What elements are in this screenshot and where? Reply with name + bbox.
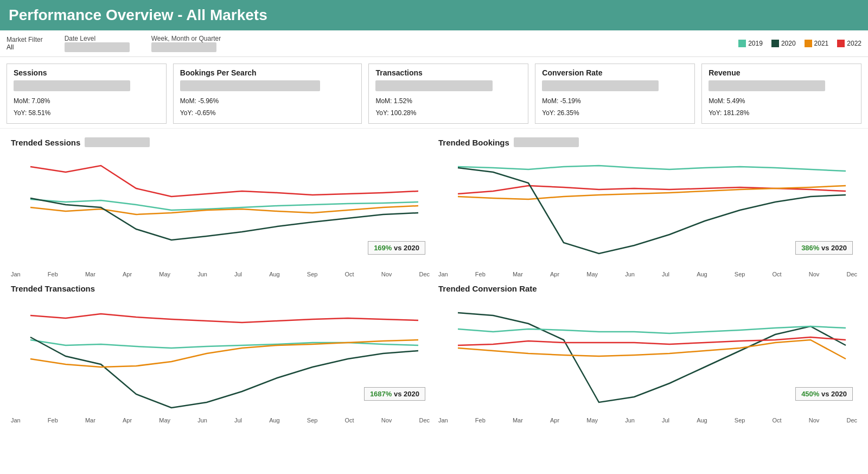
kpi-conversion-yoy: YoY: 26.35% bbox=[542, 108, 688, 119]
chart-bookings-svg bbox=[438, 150, 857, 270]
chart-transactions-area: 1687% vs 2020 bbox=[11, 296, 430, 416]
legend-label-2022: 2022 bbox=[847, 40, 861, 47]
market-filter-group: Market Filter All bbox=[7, 36, 43, 51]
kpi-transactions: Transactions MoM: 1.52% YoY: 100.28% bbox=[368, 64, 528, 124]
kpi-bookings-stats: MoM: -5.96% YoY: -0.65% bbox=[180, 96, 355, 119]
chart-sessions-badge: 169% vs 2020 bbox=[368, 241, 425, 255]
year-legend: 2019 2020 2021 2022 bbox=[738, 40, 861, 47]
filters-bar: Market Filter All Date Level Week, Month… bbox=[0, 30, 868, 57]
legend-label-2021: 2021 bbox=[814, 40, 829, 47]
legend-dot-2022 bbox=[837, 40, 845, 47]
charts-grid: Trended Sessions 169% vs 2020 JanFebMarA… bbox=[0, 129, 868, 430]
chart-conversion-badge-suffix: vs 2020 bbox=[821, 390, 847, 398]
chart-sessions-svg bbox=[11, 150, 430, 270]
kpi-row: Sessions MoM: 7.08% YoY: 58.51% Bookings… bbox=[0, 57, 868, 129]
page-header: Performance Overview - All Markets bbox=[0, 0, 868, 30]
chart-sessions-xaxis: JanFebMarAprMayJunJulAugSepOctNovDec bbox=[11, 270, 430, 277]
chart-conversion-title: Trended Conversion Rate bbox=[438, 284, 857, 293]
market-filter-label: Market Filter bbox=[7, 36, 43, 43]
legend-dot-2019 bbox=[738, 40, 746, 47]
chart-transactions-badge-pct: 1687% bbox=[370, 390, 392, 398]
svg-rect-0 bbox=[738, 40, 746, 47]
kpi-sessions-bar bbox=[14, 80, 130, 91]
kpi-conversion: Conversion Rate MoM: -5.19% YoY: 26.35% bbox=[535, 64, 695, 124]
chart-bookings-title-bar bbox=[514, 137, 579, 147]
chart-transactions-xaxis: JanFebMarAprMayJunJulAugSepOctNovDec bbox=[11, 416, 430, 424]
chart-sessions-area: 169% vs 2020 bbox=[11, 150, 430, 270]
legend-label-2020: 2020 bbox=[781, 40, 796, 47]
kpi-transactions-bar bbox=[375, 80, 492, 91]
kpi-transactions-mom: MoM: 1.52% bbox=[375, 96, 521, 108]
svg-rect-1 bbox=[771, 40, 779, 47]
kpi-revenue-mom: MoM: 5.49% bbox=[709, 96, 854, 108]
legend-dot-2020 bbox=[771, 40, 779, 47]
kpi-revenue: Revenue MoM: 5.49% YoY: 181.28% bbox=[701, 64, 861, 124]
chart-sessions-badge-suffix: vs 2020 bbox=[394, 244, 419, 252]
legend-2019: 2019 bbox=[738, 40, 763, 47]
chart-bookings-badge-pct: 386% bbox=[801, 244, 819, 252]
chart-transactions-badge-suffix: vs 2020 bbox=[394, 390, 419, 398]
chart-conversion-xaxis: JanFebMarAprMayJunJulAugSepOctNovDec bbox=[438, 416, 857, 424]
kpi-conversion-bar bbox=[542, 80, 659, 91]
date-level-group: Date Level bbox=[65, 35, 130, 52]
legend-2021: 2021 bbox=[805, 40, 829, 47]
week-month-select[interactable] bbox=[151, 42, 216, 52]
kpi-bookings: Bookings Per Search MoM: -5.96% YoY: -0.… bbox=[173, 64, 362, 124]
chart-conversion-area: 450% vs 2020 bbox=[438, 296, 857, 416]
legend-label-2019: 2019 bbox=[748, 40, 763, 47]
legend-2022: 2022 bbox=[837, 40, 861, 47]
kpi-sessions: Sessions MoM: 7.08% YoY: 58.51% bbox=[7, 64, 167, 124]
kpi-revenue-title: Revenue bbox=[709, 68, 854, 77]
chart-bookings: Trended Bookings 386% vs 2020 JanFebMarA… bbox=[434, 133, 861, 280]
chart-transactions: Trended Transactions 1687% vs 2020 JanFe… bbox=[7, 280, 434, 426]
chart-bookings-title: Trended Bookings bbox=[438, 137, 857, 147]
kpi-transactions-yoy: YoY: 100.28% bbox=[375, 108, 521, 119]
svg-rect-3 bbox=[837, 40, 845, 47]
kpi-conversion-stats: MoM: -5.19% YoY: 26.35% bbox=[542, 96, 688, 119]
kpi-bookings-mom: MoM: -5.96% bbox=[180, 96, 355, 108]
page-title: Performance Overview - All Markets bbox=[9, 7, 859, 24]
chart-conversion-badge: 450% vs 2020 bbox=[795, 387, 853, 401]
chart-sessions-title-bar bbox=[85, 137, 150, 147]
chart-conversion: Trended Conversion Rate 450% vs 2020 Jan… bbox=[434, 280, 861, 426]
chart-sessions-title: Trended Sessions bbox=[11, 137, 430, 147]
chart-transactions-badge: 1687% vs 2020 bbox=[364, 387, 425, 401]
kpi-sessions-yoy: YoY: 58.51% bbox=[14, 108, 159, 119]
chart-bookings-area: 386% vs 2020 bbox=[438, 150, 857, 270]
kpi-transactions-title: Transactions bbox=[375, 68, 521, 77]
kpi-conversion-mom: MoM: -5.19% bbox=[542, 96, 688, 108]
chart-conversion-svg bbox=[438, 296, 857, 416]
kpi-transactions-stats: MoM: 1.52% YoY: 100.28% bbox=[375, 96, 521, 119]
chart-bookings-xaxis: JanFebMarAprMayJunJulAugSepOctNovDec bbox=[438, 270, 857, 277]
svg-rect-2 bbox=[805, 40, 812, 47]
chart-sessions-badge-pct: 169% bbox=[374, 244, 392, 252]
chart-conversion-badge-pct: 450% bbox=[801, 390, 819, 398]
legend-2020: 2020 bbox=[771, 40, 796, 47]
legend-dot-2021 bbox=[805, 40, 812, 47]
date-level-select[interactable] bbox=[65, 42, 130, 52]
market-filter-value: All bbox=[7, 43, 43, 51]
chart-sessions: Trended Sessions 169% vs 2020 JanFebMarA… bbox=[7, 133, 434, 280]
week-month-group: Week, Month or Quarter bbox=[151, 35, 221, 52]
kpi-revenue-yoy: YoY: 181.28% bbox=[709, 108, 854, 119]
date-level-label: Date Level bbox=[65, 35, 130, 42]
kpi-sessions-stats: MoM: 7.08% YoY: 58.51% bbox=[14, 96, 159, 119]
week-month-label: Week, Month or Quarter bbox=[151, 35, 221, 42]
chart-bookings-badge-suffix: vs 2020 bbox=[821, 244, 847, 252]
kpi-sessions-title: Sessions bbox=[14, 68, 159, 77]
kpi-revenue-stats: MoM: 5.49% YoY: 181.28% bbox=[709, 96, 854, 119]
kpi-bookings-bar bbox=[180, 80, 320, 91]
kpi-sessions-mom: MoM: 7.08% bbox=[14, 96, 159, 108]
kpi-bookings-title: Bookings Per Search bbox=[180, 68, 355, 77]
chart-transactions-title: Trended Transactions bbox=[11, 284, 430, 293]
chart-bookings-badge: 386% vs 2020 bbox=[795, 241, 853, 255]
kpi-conversion-title: Conversion Rate bbox=[542, 68, 688, 77]
kpi-revenue-bar bbox=[709, 80, 825, 91]
kpi-bookings-yoy: YoY: -0.65% bbox=[180, 108, 355, 119]
